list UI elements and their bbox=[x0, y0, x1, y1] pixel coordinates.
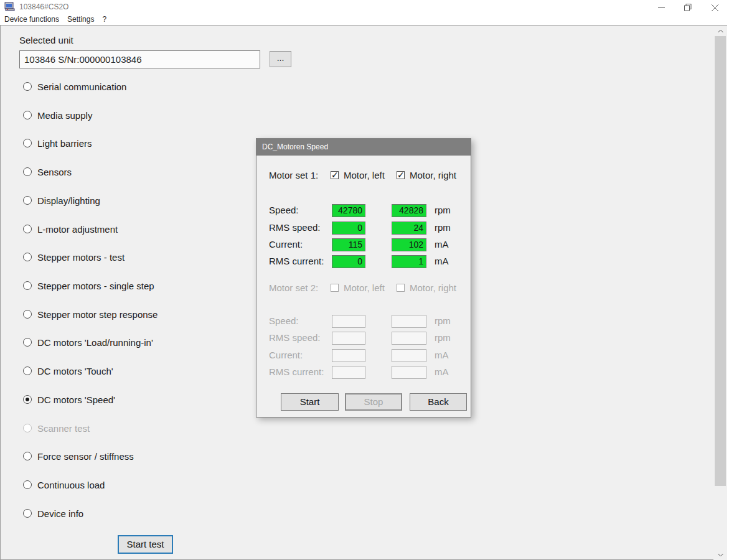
radio-icon bbox=[23, 480, 32, 489]
checkbox-label: Motor, right bbox=[410, 170, 456, 180]
radio-icon bbox=[23, 82, 32, 91]
speed-label: Speed: bbox=[269, 315, 299, 326]
close-button[interactable] bbox=[703, 0, 726, 15]
radio-icon bbox=[23, 281, 32, 290]
test-option-light-barriers[interactable]: Light barriers bbox=[23, 137, 92, 149]
speed-right-value bbox=[392, 315, 426, 328]
dialog-back-button[interactable]: Back bbox=[410, 393, 467, 411]
test-option-device-info[interactable]: Device info bbox=[23, 507, 83, 520]
test-option-media-supply[interactable]: Media supply bbox=[23, 109, 92, 121]
dialog-start-button[interactable]: Start bbox=[281, 393, 339, 411]
radio-icon bbox=[23, 167, 32, 176]
radio-disabled-icon bbox=[23, 424, 32, 432]
restore-button[interactable] bbox=[677, 0, 699, 15]
rms-current-right-value bbox=[392, 366, 426, 379]
test-option-dc-motors-load-running-in[interactable]: DC motors 'Load/running-in' bbox=[23, 336, 153, 348]
window-titlebar: 103846#CS2O bbox=[0, 0, 729, 14]
current-row-set2: Current: mA bbox=[256, 349, 471, 362]
restore-icon bbox=[684, 4, 692, 11]
rms-current-row-set2: RMS current: mA bbox=[256, 366, 471, 379]
test-option-stepper-motors-single-step[interactable]: Stepper motors - single step bbox=[23, 279, 154, 292]
speed-row-set2: Speed: rpm bbox=[256, 315, 471, 328]
test-option-label: DC motors 'Load/running-in' bbox=[37, 337, 153, 348]
test-option-dc-motors-touch[interactable]: DC motors 'Touch' bbox=[23, 365, 113, 377]
current-label: Current: bbox=[269, 350, 303, 360]
test-option-label: L-motor adjustment bbox=[37, 224, 118, 235]
rms-speed-right-value bbox=[392, 332, 426, 345]
test-option-display-lighting[interactable]: Display/lighting bbox=[23, 194, 100, 207]
test-option-stepper-motor-step-response[interactable]: Stepper motor step response bbox=[23, 308, 158, 320]
dc-motors-speed-dialog: DC_Motoren Speed Motor set 1: Motor, lef… bbox=[256, 138, 471, 418]
test-option-label: Media supply bbox=[37, 110, 92, 121]
rms-current-left-value: 0 bbox=[332, 255, 365, 268]
speed-left-value bbox=[332, 315, 365, 328]
dialog-titlebar[interactable]: DC_Motoren Speed bbox=[256, 139, 471, 156]
test-option-force-sensor-stiffness[interactable]: Force sensor / stiffness bbox=[23, 450, 134, 462]
radio-selected-icon bbox=[23, 395, 32, 404]
rms-speed-unit: rpm bbox=[435, 332, 451, 343]
test-option-continuous-load[interactable]: Continuous load bbox=[23, 478, 105, 491]
checkbox-checked-icon bbox=[331, 171, 339, 179]
app-icon bbox=[4, 2, 15, 12]
test-option-label: Continuous load bbox=[37, 480, 105, 490]
dialog-stop-button: Stop bbox=[345, 393, 402, 411]
scrollbar-down-button[interactable] bbox=[714, 549, 727, 560]
scrollbar-thumb[interactable] bbox=[715, 36, 726, 486]
minimize-button[interactable] bbox=[650, 0, 672, 15]
checkbox-label: Motor, left bbox=[344, 170, 385, 180]
test-option-label: Light barriers bbox=[37, 138, 92, 149]
selected-unit-label: Selected unit bbox=[19, 35, 73, 45]
test-option-l-motor-adjustment[interactable]: L-motor adjustment bbox=[23, 223, 118, 235]
rms-current-label: RMS current: bbox=[269, 366, 324, 377]
test-option-label: Device info bbox=[37, 508, 83, 519]
test-option-label: Serial communication bbox=[37, 82, 126, 92]
test-option-label: Scanner test bbox=[37, 423, 90, 434]
test-option-sensors[interactable]: Sensors bbox=[23, 166, 72, 178]
motor-left-checkbox-set1[interactable]: Motor, left bbox=[331, 170, 385, 180]
test-option-stepper-motors-test[interactable]: Stepper motors - test bbox=[23, 251, 125, 263]
scrollbar-up-button[interactable] bbox=[714, 26, 727, 36]
test-option-serial-communication[interactable]: Serial communication bbox=[23, 80, 126, 93]
selected-unit-input[interactable]: 103846 S/Nr:000000103846 bbox=[19, 50, 260, 68]
checkbox-checked-icon bbox=[397, 171, 405, 179]
rms-speed-row-set2: RMS speed: rpm bbox=[256, 332, 471, 345]
radio-icon bbox=[23, 366, 32, 375]
radio-icon bbox=[23, 338, 32, 347]
browse-button[interactable]: ... bbox=[270, 51, 291, 67]
minimize-icon bbox=[658, 4, 665, 11]
checkbox-label: Motor, right bbox=[410, 282, 456, 293]
current-label: Current: bbox=[269, 239, 303, 250]
motor-set-1-label: Motor set 1: bbox=[269, 170, 318, 180]
radio-icon bbox=[23, 139, 32, 147]
checkbox-label: Motor, left bbox=[344, 282, 385, 293]
current-unit: mA bbox=[435, 239, 449, 250]
motor-right-checkbox-set1[interactable]: Motor, right bbox=[397, 170, 456, 180]
test-option-label: DC motors 'Speed' bbox=[37, 394, 115, 405]
radio-icon bbox=[23, 111, 32, 119]
rms-current-unit: mA bbox=[435, 256, 449, 266]
current-unit: mA bbox=[435, 350, 449, 360]
test-option-scanner-test: Scanner test bbox=[23, 422, 90, 434]
menu-device-functions[interactable]: Device functions bbox=[4, 15, 59, 24]
rms-current-left-value bbox=[332, 366, 365, 379]
radio-icon bbox=[23, 310, 32, 319]
test-option-dc-motors-speed[interactable]: DC motors 'Speed' bbox=[23, 393, 115, 406]
menu-help[interactable]: ? bbox=[102, 15, 106, 24]
radio-icon bbox=[23, 452, 32, 460]
current-left-value bbox=[332, 349, 365, 362]
radio-icon bbox=[23, 253, 32, 261]
checkbox-unchecked-icon bbox=[331, 284, 339, 292]
chevron-down-icon bbox=[718, 553, 723, 557]
current-right-value: 102 bbox=[392, 238, 426, 251]
radio-icon bbox=[23, 509, 32, 518]
rms-speed-unit: rpm bbox=[435, 222, 451, 233]
menu-settings[interactable]: Settings bbox=[67, 15, 94, 24]
start-test-button[interactable]: Start test bbox=[118, 535, 173, 554]
close-icon bbox=[712, 4, 718, 11]
speed-left-value: 42780 bbox=[332, 204, 365, 217]
vertical-scrollbar bbox=[713, 25, 727, 560]
window-title: 103846#CS2O bbox=[19, 2, 68, 11]
rms-current-row-set1: RMS current: 0 1 mA bbox=[256, 255, 471, 268]
radio-icon bbox=[23, 225, 32, 233]
test-option-label: DC motors 'Touch' bbox=[37, 366, 113, 376]
